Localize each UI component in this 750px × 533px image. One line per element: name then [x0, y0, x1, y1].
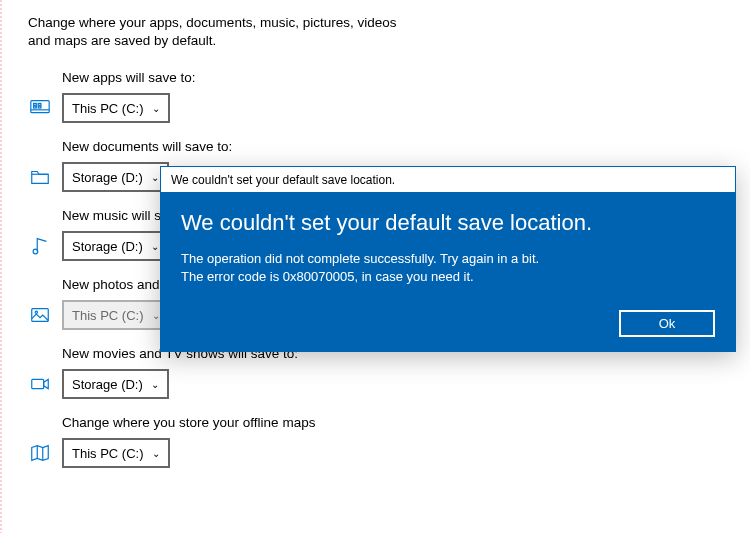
dialog-heading: We couldn't set your default save locati…	[181, 210, 715, 236]
photos-select[interactable]: This PC (C:) ⌄	[62, 300, 170, 330]
photos-select-value: This PC (C:)	[72, 308, 144, 323]
window-left-edge	[0, 0, 2, 533]
svg-rect-8	[32, 380, 44, 389]
map-icon	[28, 441, 52, 465]
svg-point-7	[35, 311, 37, 313]
error-dialog: We couldn't set your default save locati…	[160, 166, 736, 352]
folder-icon	[28, 165, 52, 189]
svg-rect-1	[34, 104, 37, 106]
svg-rect-6	[32, 309, 49, 322]
chevron-down-icon: ⌄	[151, 379, 159, 390]
svg-rect-2	[38, 104, 41, 106]
movies-select-value: Storage (D:)	[72, 377, 143, 392]
docs-select-value: Storage (D:)	[72, 170, 143, 185]
music-select-value: Storage (D:)	[72, 239, 143, 254]
video-camera-icon	[28, 372, 52, 396]
chevron-down-icon: ⌄	[151, 241, 159, 252]
dialog-titlebar: We couldn't set your default save locati…	[161, 167, 735, 192]
page-description: Change where your apps, documents, music…	[0, 0, 430, 54]
chevron-down-icon: ⌄	[151, 172, 159, 183]
chevron-down-icon: ⌄	[152, 103, 160, 114]
ok-button[interactable]: Ok	[619, 310, 715, 337]
movies-select[interactable]: Storage (D:) ⌄	[62, 369, 169, 399]
maps-select-value: This PC (C:)	[72, 446, 144, 461]
apps-select[interactable]: This PC (C:) ⌄	[62, 93, 170, 123]
docs-select[interactable]: Storage (D:) ⌄	[62, 162, 169, 192]
chevron-down-icon: ⌄	[152, 310, 160, 321]
monitor-icon	[28, 96, 52, 120]
music-select[interactable]: Storage (D:) ⌄	[62, 231, 169, 261]
apps-select-value: This PC (C:)	[72, 101, 144, 116]
apps-label: New apps will save to:	[0, 56, 750, 93]
setting-maps: Change where you store your offline maps…	[0, 399, 750, 468]
setting-apps: New apps will save to: This PC (C:) ⌄	[0, 54, 750, 123]
docs-label: New documents will save to:	[0, 125, 750, 162]
music-note-icon	[28, 234, 52, 258]
maps-select[interactable]: This PC (C:) ⌄	[62, 438, 170, 468]
svg-rect-4	[38, 107, 41, 109]
dialog-body: We couldn't set your default save locati…	[161, 192, 735, 351]
svg-rect-3	[34, 107, 37, 109]
picture-icon	[28, 303, 52, 327]
dialog-message-1: The operation did not complete successfu…	[181, 250, 715, 268]
chevron-down-icon: ⌄	[152, 448, 160, 459]
maps-label: Change where you store your offline maps	[0, 401, 750, 438]
dialog-message-2: The error code is 0x80070005, in case yo…	[181, 268, 715, 286]
